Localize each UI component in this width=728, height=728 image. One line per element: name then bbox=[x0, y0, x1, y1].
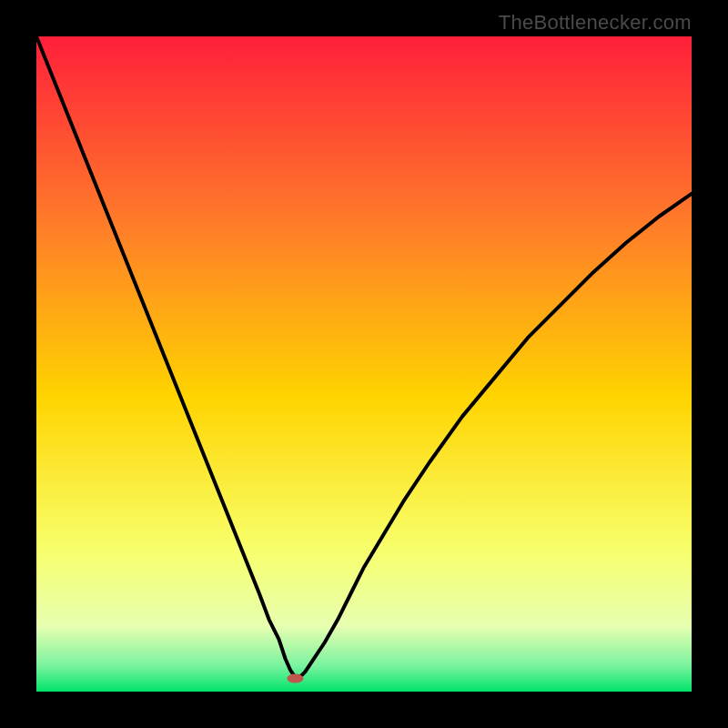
gradient-background bbox=[36, 36, 692, 692]
minimum-marker bbox=[287, 674, 303, 683]
watermark-text: TheBottlenecker.com bbox=[499, 11, 692, 35]
bottleneck-chart bbox=[36, 36, 692, 692]
chart-frame bbox=[36, 36, 692, 692]
